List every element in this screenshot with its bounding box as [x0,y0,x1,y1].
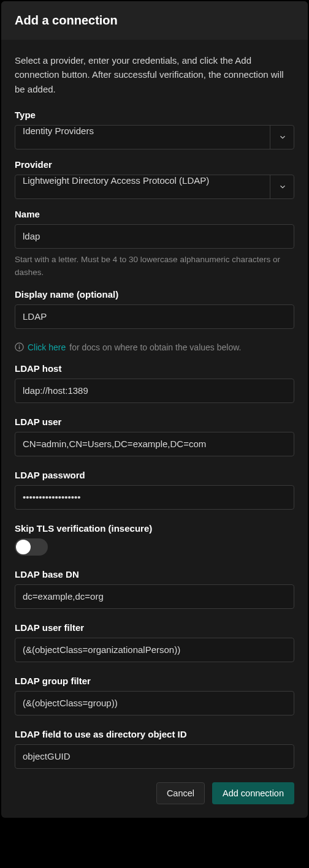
ldap-host-input[interactable] [15,379,294,403]
field-type: Type Identity Providers [15,110,294,149]
add-connection-button[interactable]: Add connection [212,782,294,804]
display-name-label: Display name (optional) [15,289,294,300]
ldap-base-dn-label: LDAP base DN [15,569,294,579]
field-ldap-user-filter: LDAP user filter [15,622,294,662]
ldap-group-filter-input[interactable] [15,691,294,715]
name-label: Name [15,209,294,219]
name-input[interactable] [15,224,294,249]
skip-tls-toggle[interactable] [15,538,48,556]
ldap-field-id-label: LDAP field to use as directory object ID [15,729,294,739]
ldap-user-filter-label: LDAP user filter [15,622,294,633]
ldap-user-filter-input[interactable] [15,638,294,662]
dialog-footer: Cancel Add connection [1,771,308,818]
name-hint: Start with a letter. Must be 4 to 30 low… [15,254,294,279]
ldap-field-id-input[interactable] [15,744,294,769]
docs-line: Click here for docs on where to obtain t… [15,342,294,352]
svg-point-2 [19,344,20,345]
dialog-body: Select a provider, enter your credential… [1,40,308,769]
add-connection-dialog: Add a connection Select a provider, ente… [1,1,308,818]
skip-tls-label: Skip TLS verification (insecure) [15,523,294,534]
ldap-host-label: LDAP host [15,363,294,374]
field-ldap-password: LDAP password [15,470,294,510]
svg-rect-1 [19,346,20,349]
ldap-password-input[interactable] [15,485,294,510]
ldap-user-label: LDAP user [15,417,294,427]
docs-link[interactable]: Click here [28,342,66,352]
field-ldap-user: LDAP user [15,417,294,456]
type-select[interactable]: Identity Providers [15,125,294,149]
docs-text: for docs on where to obtain the values b… [69,342,241,352]
ldap-password-label: LDAP password [15,470,294,480]
cancel-button[interactable]: Cancel [156,782,205,804]
field-ldap-host: LDAP host [15,363,294,403]
field-ldap-base-dn: LDAP base DN [15,569,294,609]
info-icon [15,342,24,352]
field-provider: Provider Lightweight Directory Access Pr… [15,159,294,199]
type-label: Type [15,110,294,120]
display-name-input[interactable] [15,304,294,329]
field-ldap-field-id: LDAP field to use as directory object ID [15,729,294,769]
provider-select[interactable]: Lightweight Directory Access Protocol (L… [15,175,294,199]
field-ldap-group-filter: LDAP group filter [15,676,294,715]
ldap-base-dn-input[interactable] [15,584,294,609]
toggle-knob [16,540,31,554]
intro-text: Select a provider, enter your credential… [15,53,294,96]
dialog-header: Add a connection [1,1,308,40]
field-skip-tls: Skip TLS verification (insecure) [15,523,294,556]
ldap-group-filter-label: LDAP group filter [15,676,294,686]
ldap-user-input[interactable] [15,432,294,456]
dialog-title: Add a connection [15,13,294,28]
field-name: Name Start with a letter. Must be 4 to 3… [15,209,294,279]
provider-label: Provider [15,159,294,170]
field-display-name: Display name (optional) [15,289,294,329]
